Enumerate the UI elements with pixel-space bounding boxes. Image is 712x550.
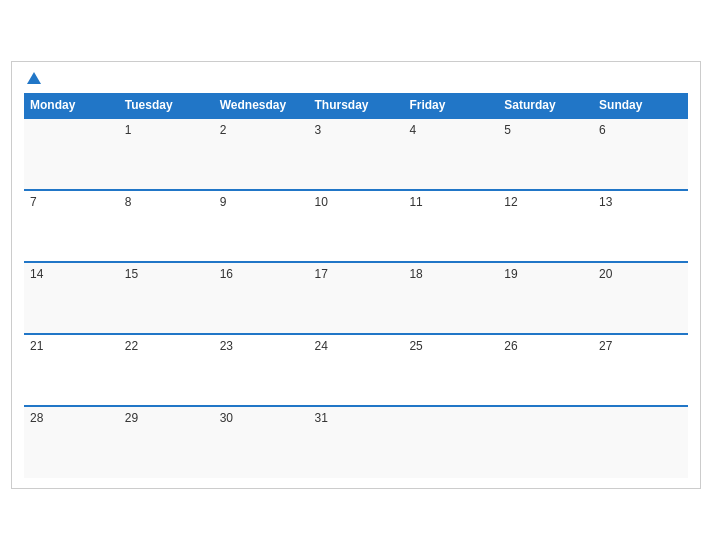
calendar-cell: 17 xyxy=(309,262,404,334)
day-number: 27 xyxy=(599,339,682,353)
calendar-cell: 21 xyxy=(24,334,119,406)
calendar-cell: 3 xyxy=(309,118,404,190)
calendar-cell: 5 xyxy=(498,118,593,190)
week-row-1: 123456 xyxy=(24,118,688,190)
week-row-4: 21222324252627 xyxy=(24,334,688,406)
calendar-cell: 28 xyxy=(24,406,119,478)
weekday-header-sunday: Sunday xyxy=(593,93,688,118)
day-number: 23 xyxy=(220,339,303,353)
weekday-header-row: MondayTuesdayWednesdayThursdayFridaySatu… xyxy=(24,93,688,118)
day-number: 18 xyxy=(409,267,492,281)
calendar-cell: 30 xyxy=(214,406,309,478)
calendar-cell: 13 xyxy=(593,190,688,262)
day-number: 17 xyxy=(315,267,398,281)
day-number: 28 xyxy=(30,411,113,425)
day-number: 24 xyxy=(315,339,398,353)
day-number: 6 xyxy=(599,123,682,137)
calendar-cell: 15 xyxy=(119,262,214,334)
calendar-cell: 20 xyxy=(593,262,688,334)
calendar-cell: 26 xyxy=(498,334,593,406)
calendar-container: MondayTuesdayWednesdayThursdayFridaySatu… xyxy=(11,61,701,489)
calendar-cell: 4 xyxy=(403,118,498,190)
day-number: 9 xyxy=(220,195,303,209)
day-number: 1 xyxy=(125,123,208,137)
week-row-3: 14151617181920 xyxy=(24,262,688,334)
calendar-cell: 23 xyxy=(214,334,309,406)
day-number: 25 xyxy=(409,339,492,353)
calendar-cell: 25 xyxy=(403,334,498,406)
logo-triangle-icon xyxy=(27,72,41,84)
day-number: 21 xyxy=(30,339,113,353)
calendar-header xyxy=(24,72,688,85)
weekday-header-monday: Monday xyxy=(24,93,119,118)
day-number: 19 xyxy=(504,267,587,281)
calendar-cell: 16 xyxy=(214,262,309,334)
calendar-grid: MondayTuesdayWednesdayThursdayFridaySatu… xyxy=(24,93,688,478)
weekday-header-wednesday: Wednesday xyxy=(214,93,309,118)
day-number: 10 xyxy=(315,195,398,209)
weekday-header-friday: Friday xyxy=(403,93,498,118)
calendar-cell xyxy=(24,118,119,190)
day-number: 12 xyxy=(504,195,587,209)
calendar-cell: 7 xyxy=(24,190,119,262)
day-number: 5 xyxy=(504,123,587,137)
day-number: 31 xyxy=(315,411,398,425)
calendar-cell: 24 xyxy=(309,334,404,406)
day-number: 11 xyxy=(409,195,492,209)
logo xyxy=(24,72,41,85)
calendar-cell: 8 xyxy=(119,190,214,262)
day-number: 15 xyxy=(125,267,208,281)
calendar-cell: 29 xyxy=(119,406,214,478)
day-number: 26 xyxy=(504,339,587,353)
weekday-header-saturday: Saturday xyxy=(498,93,593,118)
weekday-header-thursday: Thursday xyxy=(309,93,404,118)
day-number: 3 xyxy=(315,123,398,137)
day-number: 7 xyxy=(30,195,113,209)
calendar-cell xyxy=(403,406,498,478)
day-number: 14 xyxy=(30,267,113,281)
calendar-cell: 11 xyxy=(403,190,498,262)
calendar-cell: 31 xyxy=(309,406,404,478)
calendar-cell: 22 xyxy=(119,334,214,406)
calendar-cell xyxy=(498,406,593,478)
calendar-cell: 12 xyxy=(498,190,593,262)
calendar-cell: 6 xyxy=(593,118,688,190)
day-number: 2 xyxy=(220,123,303,137)
calendar-cell: 14 xyxy=(24,262,119,334)
day-number: 29 xyxy=(125,411,208,425)
weekday-header-tuesday: Tuesday xyxy=(119,93,214,118)
week-row-2: 78910111213 xyxy=(24,190,688,262)
calendar-cell: 2 xyxy=(214,118,309,190)
calendar-cell: 9 xyxy=(214,190,309,262)
logo-blue-text xyxy=(24,72,41,85)
calendar-cell: 27 xyxy=(593,334,688,406)
day-number: 16 xyxy=(220,267,303,281)
calendar-cell xyxy=(593,406,688,478)
day-number: 13 xyxy=(599,195,682,209)
day-number: 4 xyxy=(409,123,492,137)
calendar-cell: 10 xyxy=(309,190,404,262)
calendar-cell: 19 xyxy=(498,262,593,334)
day-number: 20 xyxy=(599,267,682,281)
calendar-cell: 18 xyxy=(403,262,498,334)
day-number: 30 xyxy=(220,411,303,425)
day-number: 8 xyxy=(125,195,208,209)
week-row-5: 28293031 xyxy=(24,406,688,478)
calendar-cell: 1 xyxy=(119,118,214,190)
day-number: 22 xyxy=(125,339,208,353)
